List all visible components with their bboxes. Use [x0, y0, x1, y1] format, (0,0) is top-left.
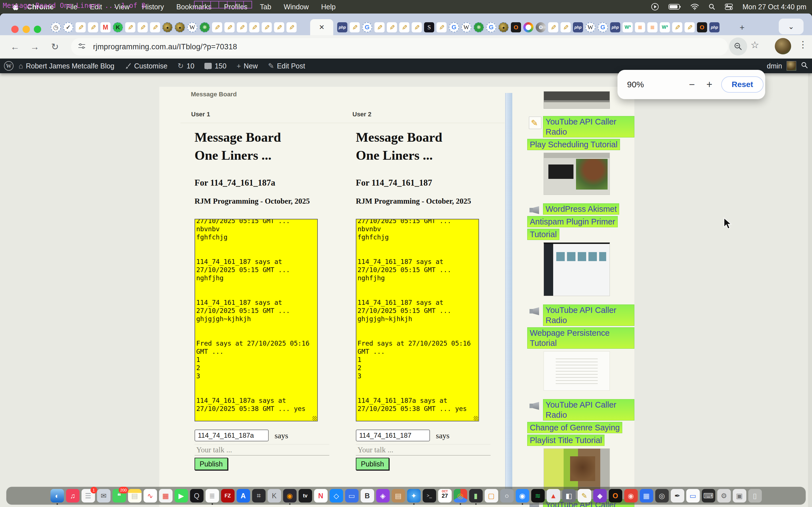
tab-favicon[interactable] — [536, 22, 546, 33]
tab-favicon[interactable] — [585, 22, 596, 33]
url-text[interactable]: rjmprogramming.com.au/ITblog/?p=70318 — [93, 43, 237, 51]
tab-favicon[interactable] — [598, 22, 608, 33]
tab-favicon[interactable] — [573, 22, 583, 33]
reload-button[interactable]: ↻ — [49, 40, 61, 53]
tab-favicon[interactable] — [548, 22, 558, 33]
tab-favicon[interactable] — [374, 22, 385, 33]
blueprint[interactable]: ▦ — [640, 489, 653, 503]
tab-favicon[interactable] — [437, 22, 447, 33]
menu-bar-clock[interactable]: Mon 27 Oct 4:40 pm — [742, 3, 806, 11]
books[interactable]: ▤ — [392, 489, 405, 503]
parallels[interactable]: ◧ — [562, 489, 576, 503]
preview[interactable]: ○ — [500, 489, 514, 503]
tab-favicon[interactable] — [350, 22, 360, 33]
sidebar-link-line[interactable]: YouTube API Caller Radio — [543, 116, 635, 137]
spotlight-icon[interactable] — [709, 3, 715, 10]
message-board-textarea[interactable]: 27/10/2025 05:15 GMT ... nbvnbv fghfchjg… — [356, 219, 479, 421]
safari[interactable]: ✦ — [407, 489, 421, 503]
tab-favicon[interactable] — [511, 22, 521, 33]
admin-new[interactable]: + New — [232, 59, 263, 73]
fullscreen-window-button[interactable] — [34, 25, 41, 33]
printer[interactable]: ▣ — [733, 489, 746, 503]
textarea-resize-handle[interactable] — [474, 416, 478, 420]
tab-favicon[interactable] — [88, 22, 98, 33]
address-bar[interactable]: rjmprogramming.com.au/ITblog/?p=70318 — [71, 38, 728, 55]
tab-favicon[interactable] — [138, 22, 148, 33]
tab-close-icon[interactable]: ✕ — [319, 23, 324, 31]
tab-favicon[interactable] — [424, 22, 434, 33]
admin-avatar[interactable] — [786, 61, 796, 71]
iterm[interactable]: ▮ — [469, 489, 483, 503]
control-center-icon[interactable] — [725, 3, 733, 10]
filezilla[interactable]: FZ — [221, 489, 235, 503]
obs[interactable]: ◎ — [655, 489, 669, 503]
admin-site-name[interactable]: ⌂ Robert James Metcalfe Blog — [13, 59, 119, 73]
tab-favicon[interactable] — [51, 22, 61, 33]
sidebar-link-line[interactable]: Antispam Plugin Primer — [527, 216, 618, 227]
admin-updates[interactable]: ↻ 10 — [172, 59, 200, 73]
messages[interactable]: ❝ 200 — [112, 489, 126, 503]
keychain[interactable]: K — [267, 489, 281, 503]
tab-favicon[interactable] — [474, 22, 484, 33]
tab-favicon[interactable] — [499, 22, 509, 33]
tab-favicon[interactable] — [75, 22, 86, 33]
tab-favicon[interactable] — [684, 22, 695, 33]
reminders[interactable]: ☰ 1 — [82, 489, 95, 503]
sidebar-link[interactable]: YouTube API Caller Radio Change of Genre… — [527, 399, 635, 447]
back-button[interactable]: ← — [8, 40, 21, 53]
zoom-app[interactable]: ◉ — [516, 489, 529, 503]
spotify[interactable]: ≋ — [531, 489, 545, 503]
terminal[interactable]: >_ — [423, 489, 436, 503]
pixelmator[interactable]: ◆ — [593, 489, 607, 503]
active-tab[interactable]: ✕ — [310, 19, 333, 35]
screen-sharing[interactable]: ▭ — [345, 489, 359, 503]
sidebar-thumbnail[interactable] — [544, 351, 610, 391]
tab-favicon[interactable] — [150, 22, 160, 33]
sidebar-link[interactable]: YouTube API Caller Radio Play Scheduling… — [527, 116, 635, 152]
tab-favicon[interactable] — [125, 22, 135, 33]
name-input[interactable] — [195, 430, 269, 441]
tab-favicon[interactable] — [387, 22, 397, 33]
tab-favicon[interactable] — [249, 22, 259, 33]
tab-favicon[interactable] — [412, 22, 422, 33]
sidebar-thumbnail[interactable] — [544, 448, 610, 491]
bbedit[interactable]: B — [361, 489, 374, 503]
wp-logo-icon[interactable]: W — [4, 61, 13, 71]
tab-favicon[interactable] — [647, 22, 658, 33]
sidebar-link[interactable]: YouTube API Caller Radio Webpage Persist… — [527, 304, 635, 350]
admin-search-icon[interactable] — [801, 61, 808, 70]
opera-gx[interactable]: O — [609, 489, 622, 503]
news[interactable]: N — [314, 489, 327, 503]
textarea-resize-handle[interactable] — [312, 416, 317, 420]
forward-button[interactable]: → — [28, 40, 41, 53]
sidebar-link-line[interactable]: Tutorial — [527, 229, 559, 240]
sidebar-thumbnail-partial[interactable] — [544, 91, 610, 109]
pages[interactable]: ▢ — [485, 489, 498, 503]
browser-scrollbar[interactable] — [808, 73, 812, 507]
voice-memos[interactable]: ∿ — [144, 489, 157, 503]
tab-favicon[interactable] — [274, 22, 284, 33]
firefox[interactable]: ◉ — [283, 489, 297, 503]
name-input[interactable] — [356, 430, 430, 441]
battery-icon[interactable] — [668, 4, 681, 10]
tab-favicon[interactable] — [113, 22, 123, 33]
sidebar-link-line[interactable]: Play Scheduling Tutorial — [527, 139, 620, 150]
red-app[interactable]: ◉ — [624, 489, 638, 503]
app-store[interactable]: A — [237, 489, 250, 503]
chrome[interactable]: ◎ — [454, 489, 467, 503]
close-window-button[interactable] — [11, 25, 18, 33]
tab-favicon[interactable] — [635, 22, 645, 33]
tab-favicon[interactable] — [622, 22, 633, 33]
tab-favicon[interactable] — [709, 22, 719, 33]
sidebar-link-line[interactable]: Playlist Title Tutorial — [527, 435, 605, 446]
menu-item-window[interactable]: Window — [277, 3, 315, 11]
tab-favicon[interactable] — [187, 22, 197, 33]
sidebar-thumbnail[interactable] — [544, 242, 610, 296]
zoom-in-button[interactable]: + — [702, 78, 717, 91]
tab-favicon[interactable] — [399, 22, 409, 33]
music[interactable]: ♫ — [66, 489, 80, 503]
site-info-icon[interactable] — [78, 42, 86, 51]
admin-user-label[interactable]: dmin — [767, 62, 782, 70]
quicktime[interactable]: Q — [190, 489, 204, 503]
sidebar-link-line[interactable]: WordPress Akismet — [543, 203, 619, 215]
